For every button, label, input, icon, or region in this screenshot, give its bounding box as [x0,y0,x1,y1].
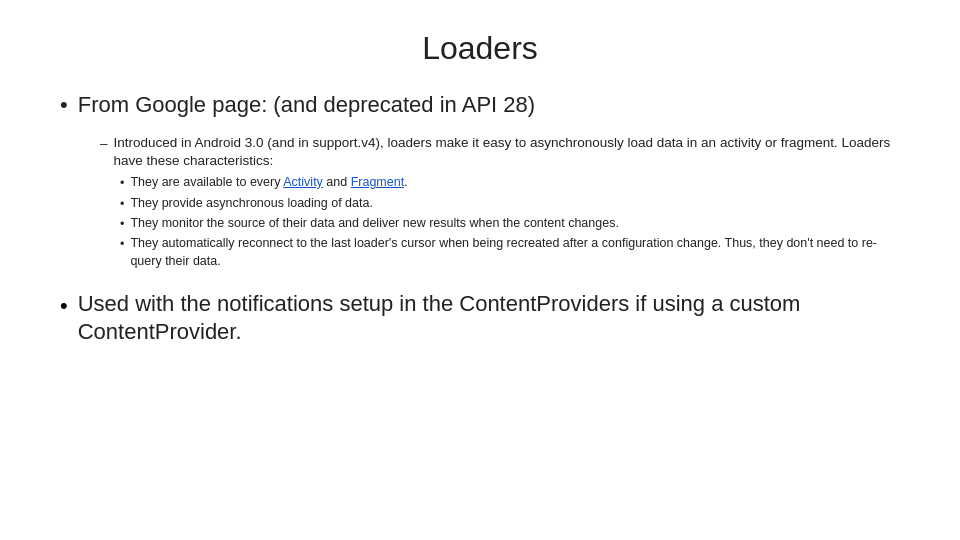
bullet-1: • From Google page: (and deprecated in A… [60,91,900,120]
sub-sub-item-1: • They are available to every Activity a… [120,173,900,192]
sub-sub-item-3: • They monitor the source of their data … [120,214,900,233]
mini-dot-2: • [120,195,124,213]
bullet-2-text: Used with the notifications setup in the… [78,290,900,345]
bullet-2: • Used with the notifications setup in t… [60,290,900,345]
dash-item-1-text: Introduced in Android 3.0 (and in suppor… [114,134,900,172]
sub-sub-item-4: • They automatically reconnect to the la… [120,234,900,270]
page-title: Loaders [60,30,900,67]
mini-dot-1: • [120,174,124,192]
sub-bullet-area: – Introduced in Android 3.0 (and in supp… [100,134,900,272]
content-area: • From Google page: (and deprecated in A… [60,91,900,510]
mini-dot-4: • [120,235,124,253]
bullet-dot-1: • [60,91,68,120]
activity-link[interactable]: Activity [283,175,323,189]
sub-sub-item-2: • They provide asynchronous loading of d… [120,194,900,213]
slide-container: Loaders • From Google page: (and depreca… [60,30,900,510]
sub-sub-item-2-text: They provide asynchronous loading of dat… [130,194,373,212]
sub-sub-item-4-text: They automatically reconnect to the last… [130,234,900,270]
dash-icon: – [100,135,108,154]
bullet-dot-2: • [60,292,68,320]
bullet-1-text: From Google page: (and deprecated in API… [78,91,535,120]
sub-sub-bullets: • They are available to every Activity a… [120,173,900,270]
sub-sub-item-1-text: They are available to every Activity and… [130,173,407,191]
sub-sub-item-3-text: They monitor the source of their data an… [130,214,618,232]
dash-item-1: – Introduced in Android 3.0 (and in supp… [100,134,900,172]
fragment-link[interactable]: Fragment [351,175,405,189]
mini-dot-3: • [120,215,124,233]
